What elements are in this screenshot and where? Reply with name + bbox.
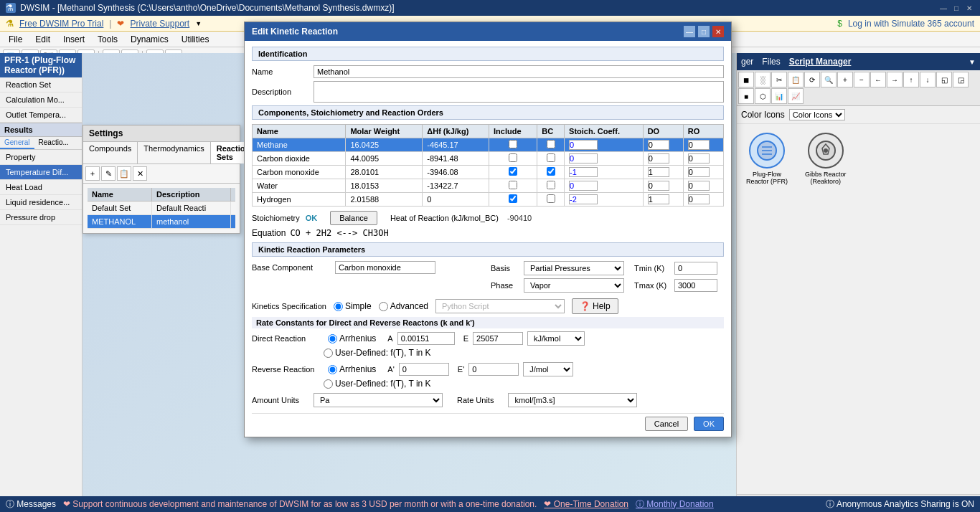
balance-button[interactable]: Balance [330,211,377,225]
direct-arrhenius-label[interactable]: Arrhenius [328,333,376,343]
table-row[interactable]: Carbon dioxide 44.0095 -8941.48 [253,152,724,166]
list-item-methanol[interactable]: METHANOL methanol [88,215,235,229]
name-input[interactable] [314,65,724,78]
outlet-temp-item[interactable]: Outlet Tempera... [0,108,82,123]
rtb-7[interactable]: + [837,72,853,87]
cell-include[interactable] [489,179,537,193]
rtb-6[interactable]: 🔍 [821,72,837,87]
cell-stoich[interactable] [565,193,644,207]
tab-thermodynamics[interactable]: Thermodynamics [138,142,210,163]
rtb-8[interactable]: − [854,72,870,87]
reverse-e-unit-select[interactable]: J/mol [523,362,573,376]
cell-include[interactable] [489,138,537,152]
cell-ro[interactable] [683,166,723,179]
menu-insert[interactable]: Insert [57,33,90,46]
tab-reaction[interactable]: Reactio... [34,137,73,149]
tmax-input[interactable] [674,279,717,292]
cell-stoich[interactable] [565,152,644,166]
base-component-input[interactable] [335,261,435,274]
list-item-default[interactable]: Default Set Default Reacti [88,202,235,215]
table-row[interactable]: Water 18.0153 -13422.7 [253,179,724,193]
menu-utilities[interactable]: Utilities [176,33,215,46]
rtb-10[interactable]: → [887,72,903,87]
advanced-radio-label[interactable]: Advanced [379,301,428,311]
color-icons-select[interactable]: Color Icons [789,109,845,120]
calculation-mode-item[interactable]: Calculation Mo... [0,93,82,108]
simple-radio-label[interactable]: Simple [334,301,372,311]
direct-user-defined-radio[interactable] [324,349,333,358]
rtb-14[interactable]: ◲ [953,72,969,87]
menu-file[interactable]: File [3,33,28,46]
tab-compounds[interactable]: Compounds [83,142,138,163]
ok-button[interactable]: OK [694,417,724,431]
rtb-12[interactable]: ↓ [920,72,936,87]
close-button[interactable]: ✕ [964,3,974,13]
tab-general[interactable]: General [0,137,34,149]
cell-bc[interactable] [537,152,565,166]
tab-ger[interactable]: ger [741,57,753,67]
reaction-set-item[interactable]: Reaction Set [0,77,82,93]
messages-label[interactable]: ⓘ Messages [6,498,56,511]
settings-add-btn[interactable]: + [85,166,100,181]
cell-do[interactable] [643,152,683,166]
tab-script-manager[interactable]: Script Manager [789,57,852,67]
temp-diff-item[interactable]: Temperature Dif... [0,165,82,180]
cell-ro[interactable] [683,138,723,152]
minimize-button[interactable]: — [938,3,948,13]
rtb-3[interactable]: ✂ [771,72,787,87]
settings-copy-btn[interactable]: 📋 [117,166,131,181]
tab-files[interactable]: Files [762,57,780,67]
login-label[interactable]: Log in with Simulate 365 account [848,19,974,29]
menu-tools[interactable]: Tools [92,33,123,46]
rtb-5[interactable]: ⟳ [804,72,820,87]
python-script-select[interactable]: Python Script [435,299,565,313]
rtb-11[interactable]: ↑ [903,72,919,87]
direct-e-unit-select[interactable]: kJ/kmol [527,331,585,346]
rtb-17[interactable]: 📊 [771,88,787,104]
help-button[interactable]: ❓ Help [572,298,618,314]
tmin-input[interactable] [674,262,717,275]
free-trial-label[interactable]: Free DWSIM Pro Trial [19,19,103,29]
cancel-button[interactable]: Cancel [645,417,688,431]
rtb-13[interactable]: ◱ [936,72,952,87]
direct-e-input[interactable] [473,332,523,345]
cell-bc[interactable] [537,179,565,193]
pressure-drop-item[interactable]: Pressure drop [0,210,82,225]
reverse-a-input[interactable] [399,363,449,376]
rtb-15[interactable]: ■ [738,88,754,104]
rtb-9[interactable]: ← [870,72,886,87]
cell-do[interactable] [643,193,683,207]
menu-edit[interactable]: Edit [29,33,56,46]
settings-edit-btn[interactable]: ✎ [101,166,116,181]
cell-ro[interactable] [683,193,723,207]
direct-user-defined-label[interactable]: User-Defined: f(T), T in K [324,348,431,358]
table-row[interactable]: Carbon monoxide 28.0101 -3946.08 [253,166,724,179]
reverse-arrhenius-label[interactable]: Arrhenius [328,364,376,374]
basis-select[interactable]: Partial Pressures [524,261,624,275]
advanced-radio[interactable] [379,302,388,311]
menu-dynamics[interactable]: Dynamics [125,33,174,46]
direct-arrhenius-radio[interactable] [328,334,337,343]
phase-select[interactable]: Vapor [524,278,624,293]
cell-include[interactable] [489,152,537,166]
right-panel-arrow-down[interactable]: ▼ [969,58,976,66]
rtb-16[interactable]: ⬡ [755,88,771,104]
rtb-4[interactable]: 📋 [788,72,804,87]
cell-stoich[interactable] [565,166,644,179]
reverse-user-defined-label[interactable]: User-Defined: f(T), T in K [324,379,431,389]
cell-stoich[interactable] [565,179,644,193]
rtb-18[interactable]: 📈 [788,88,804,104]
cell-bc[interactable] [537,193,565,207]
gibbs-icon[interactable] [808,133,844,169]
simple-radio[interactable] [334,302,343,311]
description-input[interactable] [314,81,724,103]
cell-bc[interactable] [537,138,565,152]
table-row[interactable]: Hydrogen 2.01588 0 [253,193,724,207]
settings-delete-btn[interactable]: ✕ [133,166,147,181]
cell-do[interactable] [643,179,683,193]
direct-a-input[interactable] [397,332,455,345]
cell-include[interactable] [489,166,537,179]
rtb-1[interactable]: ◼ [738,72,754,87]
reverse-e-input[interactable] [468,363,519,376]
cell-do[interactable] [643,166,683,179]
